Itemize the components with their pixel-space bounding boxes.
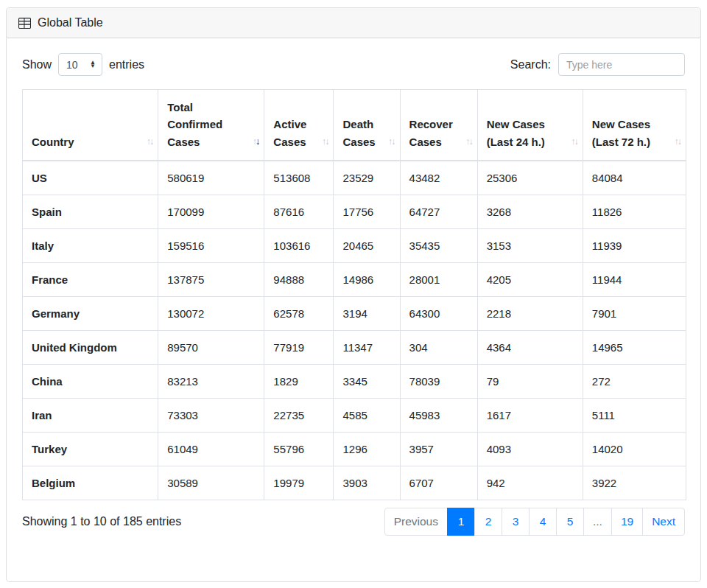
value-cell: 11826 [583,195,686,228]
card-header: Global Table [7,8,700,38]
value-cell: 11939 [583,228,686,262]
show-label: Show [22,58,52,71]
value-cell: 4585 [334,398,400,432]
table-row: US58061951360823529434822530684084 [23,161,686,195]
value-cell: 45983 [400,398,477,432]
page-button-: ... [583,508,612,536]
sort-icon: ↑↓ [571,135,577,149]
page-button-2[interactable]: 2 [474,508,502,536]
page-button-19[interactable]: 19 [611,508,643,536]
value-cell: 159516 [158,228,264,262]
value-cell: 170099 [158,195,264,228]
value-cell: 61049 [158,432,264,466]
pagination: Previous12345...19Next [384,508,685,536]
column-label: New Cases (Last 72 h.) [592,118,650,147]
sort-icon: ↑↓ [675,135,681,149]
column-label: New Cases (Last 24 h.) [487,118,545,147]
value-cell: 64300 [400,296,477,330]
column-header-recover-cases[interactable]: Recover Cases↑↓ [400,90,477,161]
page-size-value: 10 [66,59,78,71]
value-cell: 272 [583,364,686,398]
value-cell: 103616 [264,228,334,262]
country-cell: Iran [23,398,158,432]
value-cell: 35435 [400,228,477,262]
table-row: China83213182933457803979272 [23,364,686,398]
value-cell: 73303 [158,398,264,432]
value-cell: 1617 [477,398,583,432]
country-cell: Germany [23,296,158,330]
value-cell: 6707 [400,466,477,500]
value-cell: 4093 [477,432,583,466]
value-cell: 17756 [334,195,400,228]
country-cell: Spain [23,195,158,228]
value-cell: 55796 [264,432,334,466]
column-header-death-cases[interactable]: Death Cases↑↓ [334,90,400,161]
global-table-card: Global Table Show 10 ▲▼ entries Search: … [6,7,701,582]
value-cell: 7901 [583,296,686,330]
page-button-5[interactable]: 5 [556,508,584,536]
column-label: Active Cases [273,118,306,147]
value-cell: 3957 [400,432,477,466]
column-label: Recover Cases [409,118,453,147]
column-header-new-cases-last-72-h[interactable]: New Cases (Last 72 h.)↑↓ [583,90,686,161]
page-size-select[interactable]: 10 ▲▼ [58,53,102,76]
value-cell: 1296 [334,432,400,466]
value-cell: 513608 [264,161,334,195]
value-cell: 5111 [583,398,686,432]
value-cell: 94888 [264,262,334,296]
value-cell: 14020 [583,432,686,466]
sort-icon: ↑↓ [253,135,259,149]
table-row: Belgium3058919979390367079423922 [23,466,686,500]
value-cell: 28001 [400,262,477,296]
country-cell: France [23,262,158,296]
value-cell: 3903 [334,466,400,500]
page-button-next[interactable]: Next [642,508,685,536]
value-cell: 77919 [264,330,334,364]
column-header-new-cases-last-24-h[interactable]: New Cases (Last 24 h.)↑↓ [477,90,583,161]
value-cell: 30589 [158,466,264,500]
column-header-active-cases[interactable]: Active Cases↑↓ [264,90,334,161]
value-cell: 580619 [158,161,264,195]
card-title: Global Table [38,16,103,29]
column-header-total-confirmed-cases[interactable]: Total Confirmed Cases↑↓ [158,90,264,161]
country-cell: Turkey [23,432,158,466]
value-cell: 43482 [400,161,477,195]
page-button-1[interactable]: 1 [447,508,475,536]
value-cell: 89570 [158,330,264,364]
value-cell: 137875 [158,262,264,296]
value-cell: 83213 [158,364,264,398]
column-header-country[interactable]: Country↑↓ [23,90,158,161]
sort-icon: ↑↓ [465,135,472,149]
value-cell: 4364 [477,330,583,364]
value-cell: 130072 [158,296,264,330]
value-cell: 3268 [477,195,583,228]
value-cell: 3345 [334,364,400,398]
table-footer: Showing 1 to 10 of 185 entries Previous1… [22,508,685,536]
table-row: Germany1300726257831946430022187901 [23,296,686,330]
country-cell: US [23,161,158,195]
value-cell: 2218 [477,296,583,330]
column-label: Death Cases [342,118,375,147]
value-cell: 62578 [264,296,334,330]
country-cell: China [23,364,158,398]
entries-info: Showing 1 to 10 of 185 entries [22,515,181,528]
value-cell: 20465 [334,228,400,262]
value-cell: 19979 [264,466,334,500]
search-input[interactable] [558,53,685,76]
page-button-previous: Previous [384,508,448,536]
page-button-3[interactable]: 3 [502,508,530,536]
page-size-control: Show 10 ▲▼ entries [22,53,144,76]
table-header-row: Country↑↓Total Confirmed Cases↑↓Active C… [23,90,686,161]
value-cell: 14965 [583,330,686,364]
country-cell: Belgium [23,466,158,500]
page-button-4[interactable]: 4 [529,508,557,536]
search-control: Search: [510,53,685,76]
value-cell: 304 [400,330,477,364]
value-cell: 84084 [583,161,686,195]
value-cell: 4205 [477,262,583,296]
table-icon [18,17,31,29]
value-cell: 14986 [334,262,400,296]
value-cell: 11944 [583,262,686,296]
table-row: France137875948881498628001420511944 [23,262,686,296]
sort-icon: ↑↓ [322,135,328,149]
